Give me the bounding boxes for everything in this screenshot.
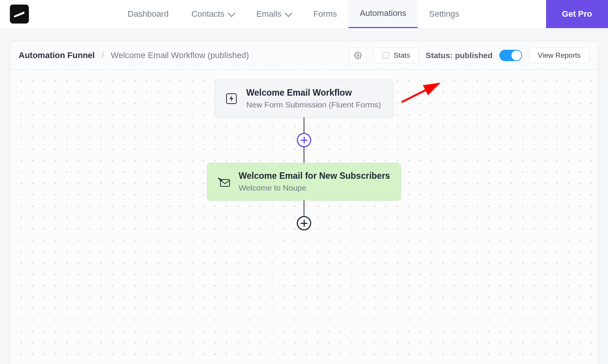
- nav-contacts[interactable]: Contacts: [180, 0, 245, 28]
- action-node[interactable]: Welcome Email for New Subscribers Welcom…: [207, 163, 401, 200]
- breadcrumb-root[interactable]: Automation Funnel: [19, 50, 95, 60]
- nav-label: Contacts: [192, 9, 225, 19]
- nav-label: Settings: [429, 9, 459, 19]
- breadcrumb-title: Welcome Email Workflow (published): [111, 50, 249, 60]
- nav-label: Dashboard: [128, 9, 169, 19]
- nav-emails[interactable]: Emails: [245, 0, 302, 28]
- action-subtitle: Welcome to Noupe: [239, 183, 390, 192]
- chevron-down-icon: [228, 9, 236, 17]
- status-prefix: Status:: [426, 51, 455, 60]
- chevron-down-icon: [285, 9, 293, 17]
- connector-line: [304, 200, 304, 216]
- get-pro-button[interactable]: Get Pro: [546, 0, 608, 28]
- action-title: Welcome Email for New Subscribers: [239, 171, 390, 181]
- settings-button[interactable]: [349, 47, 367, 63]
- trigger-node[interactable]: Welcome Email Workflow New Form Submissi…: [215, 80, 393, 117]
- nav-automations[interactable]: Automations: [348, 0, 418, 28]
- view-reports-label: View Reports: [538, 51, 581, 60]
- connector-line: [304, 117, 304, 133]
- trigger-title: Welcome Email Workflow: [246, 88, 381, 98]
- gear-icon: [354, 52, 362, 59]
- stats-label: Stats: [394, 51, 410, 60]
- email-send-icon: [217, 175, 230, 188]
- logo-icon: [13, 10, 26, 18]
- flow-column: Welcome Email Workflow New Form Submissi…: [207, 80, 401, 230]
- checkbox-icon: [382, 52, 389, 59]
- nav-label: Emails: [256, 9, 281, 19]
- publish-toggle[interactable]: [499, 50, 522, 61]
- app-logo[interactable]: [10, 5, 29, 24]
- get-pro-label: Get Pro: [562, 9, 592, 19]
- stats-button[interactable]: Stats: [374, 47, 419, 63]
- svg-line-1: [402, 84, 439, 102]
- nav-dashboard[interactable]: Dashboard: [116, 0, 180, 28]
- add-step-button[interactable]: [297, 133, 311, 147]
- nav-label: Automations: [360, 8, 406, 18]
- view-reports-button[interactable]: View Reports: [529, 47, 589, 63]
- add-step-end-button[interactable]: [297, 216, 311, 230]
- annotation-arrow: [398, 81, 443, 104]
- breadcrumb-separator: /: [101, 50, 104, 60]
- automation-canvas[interactable]: Welcome Email Workflow New Form Submissi…: [10, 70, 598, 364]
- status-label: Status: published: [426, 51, 492, 60]
- connector-line: [304, 147, 304, 163]
- svg-point-0: [357, 55, 359, 57]
- top-nav: Dashboard Contacts Emails Forms Automati…: [0, 0, 608, 28]
- status-value: published: [455, 51, 492, 60]
- sub-header: Automation Funnel / Welcome Email Workfl…: [10, 41, 598, 70]
- nav-label: Forms: [313, 9, 337, 19]
- nav-forms[interactable]: Forms: [302, 0, 348, 28]
- nav-items: Dashboard Contacts Emails Forms Automati…: [116, 0, 471, 28]
- nav-settings[interactable]: Settings: [418, 0, 471, 28]
- trigger-subtitle: New Form Submission (Fluent Forms): [246, 100, 381, 109]
- lightning-icon: [225, 92, 238, 105]
- page-body: Automation Funnel / Welcome Email Workfl…: [0, 28, 608, 364]
